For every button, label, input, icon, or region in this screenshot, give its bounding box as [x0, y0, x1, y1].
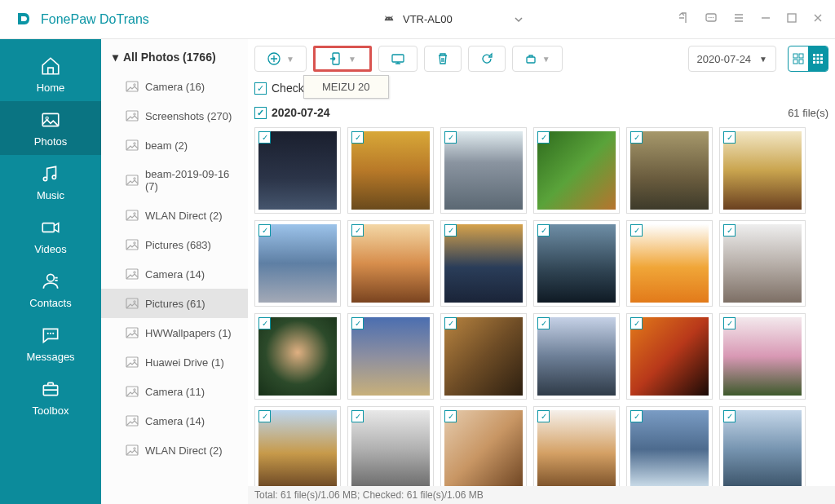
folder-item[interactable]: Pictures (683) [101, 230, 248, 259]
folder-item[interactable]: Camera (16) [101, 72, 248, 101]
checkbox-icon[interactable]: ✓ [351, 317, 364, 329]
checkbox-icon[interactable]: ✓ [537, 317, 550, 329]
image-icon [126, 297, 139, 310]
svg-rect-49 [820, 54, 823, 56]
refresh-button[interactable] [468, 46, 506, 72]
photo-thumbnail[interactable]: ✓ [533, 127, 620, 214]
nav-contacts[interactable]: Contacts [0, 263, 101, 316]
image-icon [126, 326, 139, 339]
folder-item[interactable]: Huawei Drive (1) [101, 347, 248, 377]
photo-thumbnail[interactable]: ✓ [626, 313, 713, 400]
photo-thumbnail[interactable]: ✓ [626, 406, 713, 493]
checkbox-icon[interactable]: ✓ [723, 317, 736, 329]
nav-music[interactable]: Music [0, 155, 101, 209]
add-button[interactable]: ▼ [254, 46, 307, 72]
folder-item[interactable]: Screenshots (270) [101, 101, 248, 130]
folder-label: WLAN Direct (2) [145, 210, 223, 222]
checkbox-icon[interactable]: ✓ [351, 224, 364, 237]
export-to-device-button[interactable]: ▼ [313, 46, 372, 72]
share-icon[interactable] [677, 11, 690, 24]
file-count: 61 file(s) [788, 107, 828, 119]
checkbox-icon[interactable]: ✓ [723, 410, 736, 422]
checkbox-icon[interactable]: ✓ [254, 82, 267, 95]
folder-item[interactable]: Camera (11) [101, 377, 248, 406]
checkbox-icon[interactable]: ✓ [444, 131, 457, 144]
checkbox-icon[interactable]: ✓ [723, 224, 736, 237]
folder-item[interactable]: Camera (14) [101, 406, 248, 435]
folder-item[interactable]: Camera (14) [101, 259, 248, 289]
photo-thumbnail[interactable]: ✓ [440, 220, 527, 307]
photo-thumbnail[interactable]: ✓ [254, 406, 341, 493]
image-icon [126, 238, 139, 251]
grid-large-view[interactable] [808, 46, 828, 71]
maximize-icon[interactable] [786, 12, 797, 24]
photo-thumbnail[interactable]: ✓ [533, 313, 620, 400]
export-to-pc-button[interactable] [378, 46, 418, 72]
photo-thumbnail[interactable]: ✓ [440, 127, 527, 214]
checkbox-icon[interactable]: ✓ [351, 410, 364, 422]
checkbox-icon[interactable]: ✓ [630, 131, 643, 144]
photo-thumbnail[interactable]: ✓ [719, 220, 806, 307]
checkbox-icon[interactable]: ✓ [537, 131, 550, 144]
settings-button[interactable]: ▼ [512, 46, 563, 72]
folder-item[interactable]: beam (2) [101, 130, 248, 160]
checkbox-icon[interactable]: ✓ [258, 131, 271, 144]
photo-thumbnail[interactable]: ✓ [533, 406, 620, 493]
photo-thumbnail[interactable]: ✓ [254, 220, 341, 307]
nav-home[interactable]: Home [0, 47, 101, 101]
photo-thumbnail[interactable]: ✓ [254, 313, 341, 400]
photo-thumbnail[interactable]: ✓ [347, 127, 434, 214]
device-selector[interactable]: VTR-AL00 [375, 10, 532, 29]
svg-rect-47 [813, 54, 815, 56]
date-picker[interactable]: 2020-07-24▼ [688, 46, 776, 72]
folder-item[interactable]: WLAN Direct (2) [101, 201, 248, 230]
all-photos-header[interactable]: ▾ All Photos (1766) [101, 39, 248, 72]
checkbox-icon[interactable]: ✓ [444, 317, 457, 329]
photo-thumbnail[interactable]: ✓ [719, 406, 806, 493]
feedback-icon[interactable] [705, 11, 718, 24]
checkbox-icon[interactable]: ✓ [254, 107, 267, 119]
svg-point-16 [134, 113, 135, 115]
checkbox-icon[interactable]: ✓ [444, 410, 457, 422]
photo-thumbnail[interactable]: ✓ [719, 127, 806, 214]
photo-thumbnail[interactable]: ✓ [626, 220, 713, 307]
checkbox-icon[interactable]: ✓ [723, 131, 736, 144]
photo-thumbnail[interactable]: ✓ [254, 127, 341, 214]
image-icon [126, 174, 139, 187]
folder-item[interactable]: Pictures (61) [101, 289, 248, 318]
folder-item[interactable]: beam-2019-09-16 (7) [101, 160, 248, 201]
checkbox-icon[interactable]: ✓ [351, 131, 364, 144]
photo-thumbnail[interactable]: ✓ [719, 313, 806, 400]
close-icon[interactable] [812, 12, 824, 24]
minimize-icon[interactable] [760, 12, 771, 24]
checkbox-icon[interactable]: ✓ [258, 410, 271, 422]
nav-videos[interactable]: Videos [0, 209, 101, 263]
checkbox-icon[interactable]: ✓ [258, 317, 271, 329]
folder-label: WLAN Direct (2) [145, 444, 223, 457]
folder-label: HWWallpapers (1) [145, 327, 232, 339]
delete-button[interactable] [424, 46, 462, 72]
checkbox-icon[interactable]: ✓ [630, 410, 643, 422]
photo-thumbnail[interactable]: ✓ [347, 220, 434, 307]
photo-thumbnail[interactable]: ✓ [347, 313, 434, 400]
photo-thumbnail[interactable]: ✓ [440, 313, 527, 400]
photo-thumbnail[interactable]: ✓ [440, 406, 527, 493]
nav-photos[interactable]: Photos [0, 101, 101, 155]
menu-icon[interactable] [732, 11, 745, 24]
image-icon [126, 356, 139, 369]
photo-thumbnail[interactable]: ✓ [626, 127, 713, 214]
folder-item[interactable]: HWWallpapers (1) [101, 318, 248, 347]
grid-small-view[interactable] [789, 46, 808, 71]
checkbox-icon[interactable]: ✓ [537, 224, 550, 237]
folder-item[interactable]: WLAN Direct (2) [101, 435, 248, 465]
checkbox-icon[interactable]: ✓ [630, 317, 643, 329]
nav-toolbox[interactable]: Toolbox [0, 370, 101, 424]
photo-thumbnail[interactable]: ✓ [533, 220, 620, 307]
nav-messages[interactable]: Messages [0, 316, 101, 370]
checkbox-icon[interactable]: ✓ [537, 410, 550, 422]
photo-thumbnail[interactable]: ✓ [347, 406, 434, 493]
checkbox-icon[interactable]: ✓ [630, 224, 643, 237]
checkbox-icon[interactable]: ✓ [258, 224, 271, 237]
date-group-header[interactable]: ✓ 2020-07-24 61 file(s) [248, 98, 835, 124]
checkbox-icon[interactable]: ✓ [444, 224, 457, 237]
